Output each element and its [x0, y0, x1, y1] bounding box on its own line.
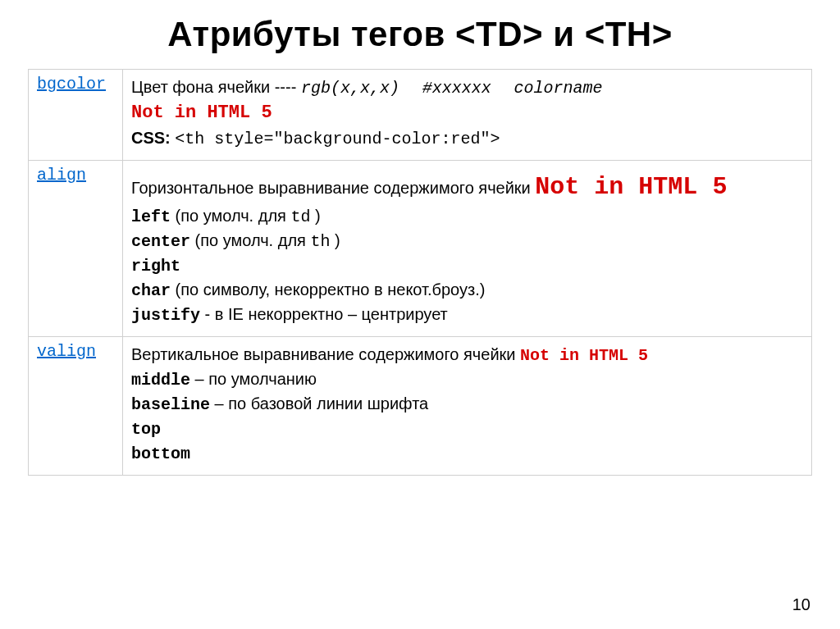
text-code: colorname	[514, 79, 603, 98]
attr-name-cell: align	[29, 160, 123, 337]
text: (по символу, некорректно в некот.броуз.)	[176, 280, 486, 299]
value-code: left	[131, 207, 171, 226]
table-row: valign Вертикальное выравнивание содержи…	[29, 337, 812, 476]
value-code: top	[131, 420, 161, 439]
text: Цвет фона ячейки ----	[131, 78, 301, 96]
table-row: align Горизонтальное выравнивание содерж…	[29, 160, 812, 337]
not-in-html5: Not in HTML 5	[520, 346, 648, 365]
text-code: #xxxxxx	[422, 79, 491, 98]
not-in-html5: Not in HTML 5	[131, 103, 272, 123]
value-code: right	[131, 257, 180, 276]
text: Горизонтальное выравнивание содержимого …	[131, 179, 535, 197]
text-code: rgb(x,x,x)	[301, 79, 399, 98]
value-code: middle	[131, 371, 190, 390]
text: (по умолч. для	[176, 207, 291, 225]
slide-title: Атрибуты тегов <TD> и <TH>	[28, 15, 812, 54]
not-in-html5: Not in HTML 5	[535, 173, 727, 201]
css-code: <th style="background-color:red">	[175, 130, 500, 148]
text: – по базовой линии шрифта	[215, 394, 429, 412]
text: Вертикальное выравнивание содержимого яч…	[131, 345, 520, 363]
attr-desc-cell: Вертикальное выравнивание содержимого яч…	[123, 337, 812, 476]
attr-desc-cell: Цвет фона ячейки ---- rgb(x,x,x) #xxxxxx…	[123, 70, 812, 161]
table-row: bgcolor Цвет фона ячейки ---- rgb(x,x,x)…	[29, 70, 812, 161]
css-label: CSS:	[131, 129, 171, 147]
attr-name-cell: valign	[29, 337, 123, 476]
tag-code: th	[310, 232, 330, 251]
text: )	[335, 231, 340, 249]
text: )	[315, 207, 321, 225]
attr-desc-cell: Горизонтальное выравнивание содержимого …	[123, 160, 812, 337]
text: – по умолчанию	[195, 370, 317, 388]
attributes-table: bgcolor Цвет фона ячейки ---- rgb(x,x,x)…	[28, 69, 812, 476]
attr-link-bgcolor[interactable]: bgcolor	[37, 75, 106, 93]
attr-link-align[interactable]: align	[37, 166, 86, 185]
tag-code: td	[290, 207, 310, 226]
attr-link-valign[interactable]: valign	[37, 342, 96, 361]
page-number: 10	[792, 595, 810, 614]
value-code: justify	[131, 306, 200, 325]
value-code: bottom	[131, 444, 190, 463]
text: - в IE некорректно – центрирует	[205, 305, 448, 323]
value-code: baseline	[131, 395, 210, 414]
text: (по умолч. для	[195, 231, 311, 249]
value-code: char	[131, 281, 171, 300]
attr-name-cell: bgcolor	[29, 70, 123, 161]
value-code: center	[131, 232, 190, 251]
